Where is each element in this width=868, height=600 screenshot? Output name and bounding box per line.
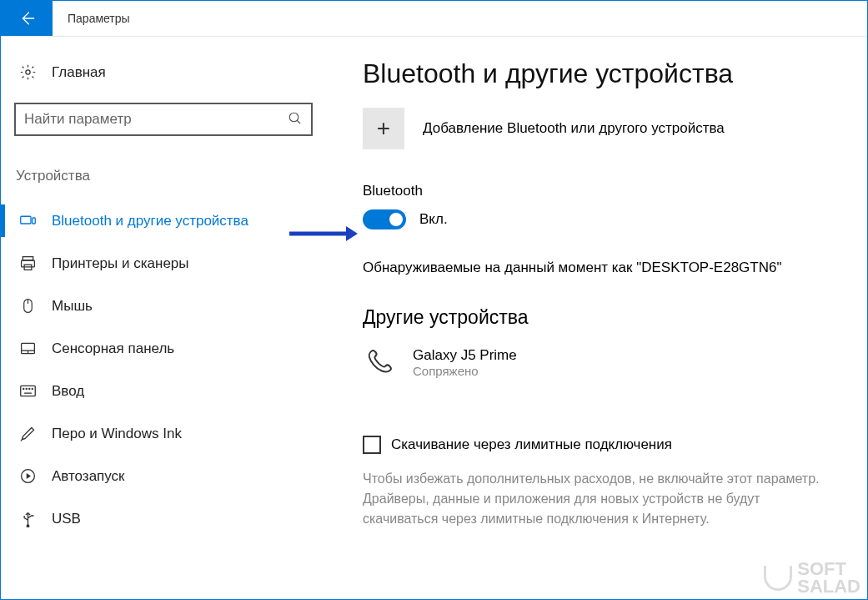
arrow-left-icon xyxy=(18,9,36,28)
add-device-row[interactable]: + Добавление Bluetooth или другого устро… xyxy=(363,108,842,149)
svg-rect-3 xyxy=(21,216,31,224)
sidebar-item-touchpad[interactable]: Сенсорная панель xyxy=(14,327,318,370)
svg-point-14 xyxy=(23,388,24,389)
sidebar-item-label: Автозапуск xyxy=(52,468,125,485)
svg-rect-13 xyxy=(21,386,36,396)
sidebar-item-autoplay[interactable]: Автозапуск xyxy=(14,455,318,497)
gear-icon xyxy=(19,63,37,81)
search-icon xyxy=(288,111,303,129)
touchpad-icon xyxy=(19,340,37,357)
sidebar-item-label: Перо и Windows Ink xyxy=(52,426,182,442)
svg-point-0 xyxy=(26,70,30,74)
add-device-button[interactable]: + xyxy=(363,108,404,149)
metered-checkbox[interactable] xyxy=(363,436,381,454)
back-button[interactable] xyxy=(1,1,53,36)
usb-icon xyxy=(19,510,37,527)
svg-point-17 xyxy=(32,388,33,389)
autoplay-icon xyxy=(19,467,37,485)
phone-icon xyxy=(363,345,396,379)
search-box[interactable] xyxy=(14,103,313,136)
home-label: Главная xyxy=(52,64,106,81)
device-info: Galaxy J5 Prime Сопряжено xyxy=(413,347,517,378)
svg-point-20 xyxy=(27,525,29,527)
sidebar-item-mouse[interactable]: Мышь xyxy=(14,285,318,327)
svg-line-2 xyxy=(297,120,300,124)
discoverable-text: Обнаруживаемые на данный момент как "DES… xyxy=(363,260,842,276)
sidebar-item-label: Ввод xyxy=(52,383,84,400)
pen-icon xyxy=(19,425,37,442)
sidebar-item-bluetooth[interactable]: Bluetooth и другие устройства xyxy=(14,199,318,242)
search-input[interactable] xyxy=(24,111,288,128)
bluetooth-label: Bluetooth xyxy=(363,183,842,199)
sidebar-item-printers[interactable]: Принтеры и сканеры xyxy=(14,242,318,285)
sidebar-item-label: USB xyxy=(52,511,81,527)
plus-icon: + xyxy=(377,115,390,142)
mouse-icon xyxy=(19,297,37,315)
metered-section: Скачивание через лимитные подключения Чт… xyxy=(363,436,842,529)
sidebar-item-pen[interactable]: Перо и Windows Ink xyxy=(14,412,318,455)
sidebar-item-usb[interactable]: USB xyxy=(14,497,318,540)
add-device-label: Добавление Bluetooth или другого устройс… xyxy=(423,120,725,137)
toggle-state-label: Вкл. xyxy=(419,211,448,228)
metered-description: Чтобы избежать дополнительных расходов, … xyxy=(363,469,830,529)
metered-checkbox-row[interactable]: Скачивание через лимитные подключения xyxy=(363,436,842,454)
svg-point-15 xyxy=(26,388,27,389)
sidebar-item-typing[interactable]: Ввод xyxy=(14,370,318,412)
sidebar-item-label: Сенсорная панель xyxy=(52,340,174,357)
window-title: Параметры xyxy=(53,1,130,36)
svg-rect-4 xyxy=(33,218,36,224)
device-status: Сопряжено xyxy=(413,364,517,378)
svg-point-16 xyxy=(29,388,30,389)
device-item[interactable]: Galaxy J5 Prime Сопряжено xyxy=(363,340,842,384)
other-devices-header: Другие устройства xyxy=(363,306,842,329)
printer-icon xyxy=(19,255,37,272)
sidebar-item-label: Bluetooth и другие устройства xyxy=(52,213,248,229)
home-nav[interactable]: Главная xyxy=(14,57,318,88)
metered-checkbox-label: Скачивание через лимитные подключения xyxy=(391,436,672,453)
content: Bluetooth и другие устройства + Добавлен… xyxy=(318,37,867,599)
bluetooth-toggle[interactable] xyxy=(363,209,406,229)
devices-icon xyxy=(19,212,37,229)
svg-point-1 xyxy=(289,113,299,122)
bluetooth-toggle-row: Вкл. xyxy=(363,209,842,229)
sidebar-item-label: Мышь xyxy=(52,298,93,315)
device-name: Galaxy J5 Prime xyxy=(413,347,517,364)
page-title: Bluetooth и другие устройства xyxy=(363,58,842,89)
titlebar: Параметры xyxy=(1,1,867,37)
svg-rect-6 xyxy=(22,260,35,267)
sidebar-item-label: Принтеры и сканеры xyxy=(52,255,189,272)
nav-list: Bluetooth и другие устройства Принтеры и… xyxy=(14,199,318,540)
sidebar: Главная Устройства Bluetooth и другие ус… xyxy=(1,37,318,599)
keyboard-icon xyxy=(19,382,37,400)
category-header: Устройства xyxy=(14,168,318,184)
